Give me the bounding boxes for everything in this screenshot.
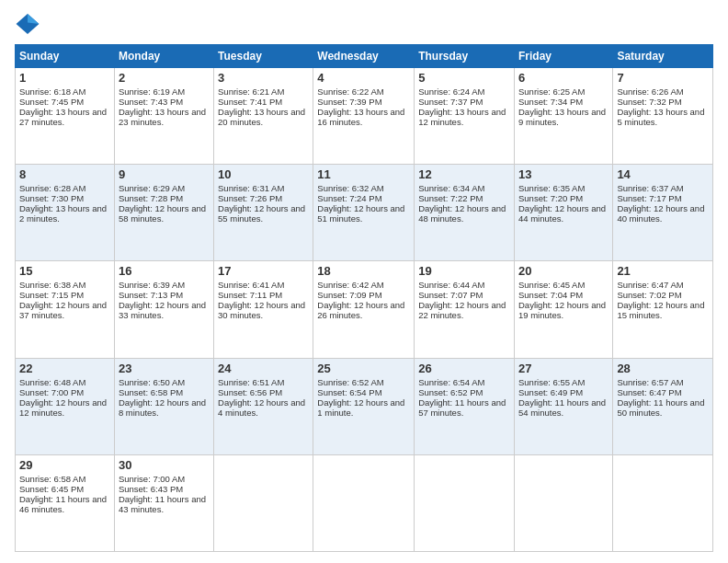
day-info: Sunrise: 6:22 AM — [317, 86, 410, 97]
calendar: SundayMondayTuesdayWednesdayThursdayFrid… — [15, 44, 713, 552]
day-info: Sunrise: 6:58 AM — [19, 474, 110, 484]
calendar-cell: 16Sunrise: 6:39 AMSunset: 7:13 PMDayligh… — [114, 261, 213, 358]
day-number: 27 — [518, 362, 609, 375]
day-number: 21 — [617, 264, 709, 278]
day-info: Sunset: 6:45 PM — [19, 484, 110, 494]
day-info: Daylight: 11 hours and 57 minutes. — [418, 397, 510, 418]
day-number: 2 — [119, 71, 210, 85]
calendar-cell — [214, 454, 313, 551]
calendar-cell: 17Sunrise: 6:41 AMSunset: 7:11 PMDayligh… — [214, 261, 313, 358]
day-number: 15 — [19, 264, 110, 278]
calendar-cell — [613, 454, 713, 551]
day-number: 17 — [218, 264, 309, 278]
day-number: 11 — [317, 167, 410, 181]
calendar-week-4: 29Sunrise: 6:58 AMSunset: 6:45 PMDayligh… — [16, 454, 713, 551]
day-info: Sunrise: 6:51 AM — [218, 377, 309, 387]
day-info: Daylight: 12 hours and 30 minutes. — [218, 300, 309, 320]
day-number: 28 — [617, 362, 709, 375]
day-info: Daylight: 13 hours and 23 minutes. — [119, 107, 210, 127]
day-info: Sunrise: 6:44 AM — [418, 280, 510, 290]
day-info: Sunrise: 6:57 AM — [617, 377, 709, 387]
day-number: 19 — [418, 264, 510, 278]
day-info: Sunset: 7:15 PM — [19, 290, 110, 300]
day-info: Sunrise: 6:31 AM — [218, 183, 309, 193]
day-info: Daylight: 13 hours and 5 minutes. — [617, 107, 709, 127]
calendar-cell: 8Sunrise: 6:28 AMSunset: 7:30 PMDaylight… — [16, 165, 115, 261]
day-number: 16 — [119, 264, 210, 278]
day-info: Sunrise: 6:25 AM — [518, 86, 609, 97]
day-number: 26 — [418, 362, 510, 375]
day-number: 5 — [418, 71, 510, 85]
day-info: Sunrise: 6:54 AM — [418, 377, 510, 387]
day-info: Sunrise: 6:28 AM — [19, 183, 110, 193]
day-info: Sunset: 7:45 PM — [19, 97, 110, 107]
day-info: Daylight: 12 hours and 33 minutes. — [119, 300, 210, 320]
calendar-week-2: 15Sunrise: 6:38 AMSunset: 7:15 PMDayligh… — [16, 261, 713, 358]
day-number: 8 — [19, 167, 110, 181]
calendar-header-row: SundayMondayTuesdayWednesdayThursdayFrid… — [16, 45, 713, 68]
day-info: Daylight: 12 hours and 4 minutes. — [218, 397, 309, 418]
day-info: Sunset: 6:49 PM — [518, 387, 609, 397]
day-number: 29 — [19, 458, 110, 472]
day-info: Sunrise: 6:52 AM — [317, 377, 410, 387]
day-info: Daylight: 12 hours and 12 minutes. — [19, 397, 110, 418]
day-info: Sunset: 7:26 PM — [218, 193, 309, 203]
day-info: Sunset: 7:39 PM — [317, 97, 410, 107]
day-info: Sunset: 7:30 PM — [19, 193, 110, 203]
day-number: 4 — [317, 71, 410, 85]
calendar-cell: 20Sunrise: 6:45 AMSunset: 7:04 PMDayligh… — [514, 261, 612, 358]
day-info: Sunset: 7:04 PM — [518, 290, 609, 300]
day-info: Sunset: 7:24 PM — [317, 193, 410, 203]
day-number: 30 — [119, 458, 210, 472]
day-header-saturday: Saturday — [613, 45, 713, 68]
day-info: Sunrise: 6:45 AM — [518, 280, 609, 290]
calendar-cell: 6Sunrise: 6:25 AMSunset: 7:34 PMDaylight… — [514, 68, 612, 165]
day-info: Sunrise: 6:32 AM — [317, 183, 410, 193]
calendar-cell: 2Sunrise: 6:19 AMSunset: 7:43 PMDaylight… — [114, 68, 213, 165]
calendar-cell: 18Sunrise: 6:42 AMSunset: 7:09 PMDayligh… — [313, 261, 415, 358]
day-info: Daylight: 13 hours and 2 minutes. — [19, 203, 110, 224]
calendar-cell: 3Sunrise: 6:21 AMSunset: 7:41 PMDaylight… — [214, 68, 313, 165]
calendar-cell: 27Sunrise: 6:55 AMSunset: 6:49 PMDayligh… — [514, 358, 612, 454]
day-info: Daylight: 12 hours and 15 minutes. — [617, 300, 709, 320]
day-number: 12 — [418, 167, 510, 181]
day-number: 24 — [218, 362, 309, 375]
day-info: Sunrise: 6:38 AM — [19, 280, 110, 290]
day-info: Daylight: 12 hours and 40 minutes. — [617, 203, 709, 224]
day-info: Sunrise: 6:24 AM — [418, 86, 510, 97]
calendar-cell: 30Sunrise: 7:00 AMSunset: 6:43 PMDayligh… — [114, 454, 213, 551]
day-info: Daylight: 11 hours and 43 minutes. — [119, 494, 210, 514]
calendar-cell: 12Sunrise: 6:34 AMSunset: 7:22 PMDayligh… — [415, 165, 515, 261]
calendar-cell: 26Sunrise: 6:54 AMSunset: 6:52 PMDayligh… — [415, 358, 515, 454]
day-number: 22 — [19, 362, 110, 375]
day-info: Sunrise: 6:21 AM — [218, 86, 309, 97]
day-info: Daylight: 12 hours and 22 minutes. — [418, 300, 510, 320]
calendar-week-3: 22Sunrise: 6:48 AMSunset: 7:00 PMDayligh… — [16, 358, 713, 454]
day-info: Daylight: 12 hours and 58 minutes. — [119, 203, 210, 224]
day-info: Sunrise: 6:48 AM — [19, 377, 110, 387]
day-number: 23 — [119, 362, 210, 375]
day-number: 20 — [518, 264, 609, 278]
day-number: 7 — [617, 71, 709, 85]
day-info: Sunset: 7:09 PM — [317, 290, 410, 300]
day-info: Daylight: 12 hours and 37 minutes. — [19, 300, 110, 320]
day-info: Sunrise: 6:55 AM — [518, 377, 609, 387]
day-info: Sunrise: 6:34 AM — [418, 183, 510, 193]
day-info: Sunset: 7:22 PM — [418, 193, 510, 203]
day-info: Daylight: 11 hours and 50 minutes. — [617, 397, 709, 418]
calendar-cell: 29Sunrise: 6:58 AMSunset: 6:45 PMDayligh… — [16, 454, 115, 551]
calendar-cell: 24Sunrise: 6:51 AMSunset: 6:56 PMDayligh… — [214, 358, 313, 454]
day-header-friday: Friday — [514, 45, 612, 68]
day-info: Sunrise: 6:50 AM — [119, 377, 210, 387]
day-info: Daylight: 11 hours and 46 minutes. — [19, 494, 110, 514]
calendar-cell: 28Sunrise: 6:57 AMSunset: 6:47 PMDayligh… — [613, 358, 713, 454]
calendar-cell — [514, 454, 612, 551]
day-info: Daylight: 12 hours and 8 minutes. — [119, 397, 210, 418]
day-info: Sunrise: 6:37 AM — [617, 183, 709, 193]
day-info: Sunset: 7:34 PM — [518, 97, 609, 107]
calendar-body: 1Sunrise: 6:18 AMSunset: 7:45 PMDaylight… — [16, 68, 713, 552]
day-info: Sunset: 7:11 PM — [218, 290, 309, 300]
day-info: Sunset: 7:32 PM — [617, 97, 709, 107]
day-info: Sunrise: 6:39 AM — [119, 280, 210, 290]
day-info: Sunset: 7:20 PM — [518, 193, 609, 203]
